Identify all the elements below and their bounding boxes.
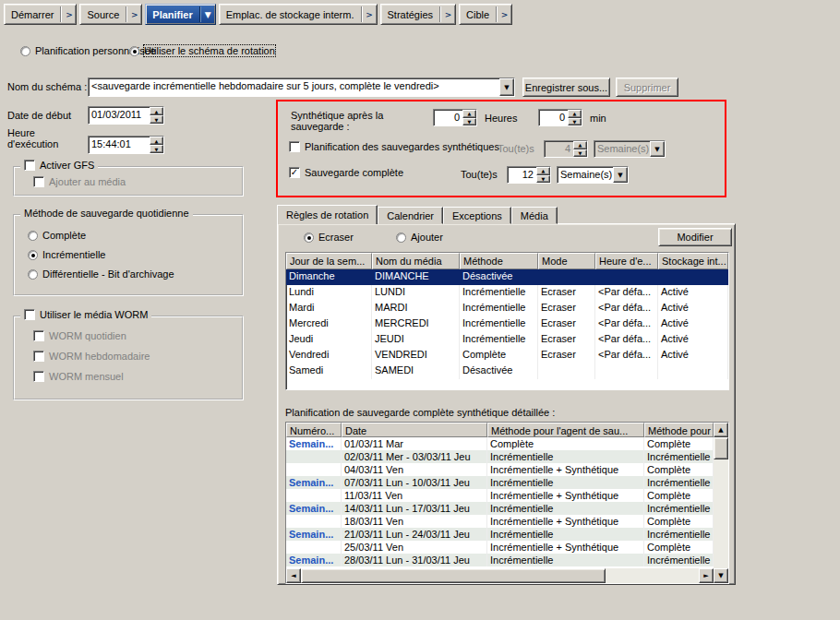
checkbox-icon[interactable]: ✓ [289, 167, 300, 178]
tab-media[interactable]: Média [511, 207, 558, 224]
wizard-tab-label: Stratégies [381, 5, 440, 24]
cell [595, 269, 658, 285]
scrollbar-thumb[interactable] [301, 568, 606, 583]
column-header[interactable]: Nom du média [372, 253, 460, 269]
radio-icon[interactable] [28, 231, 38, 241]
column-header[interactable]: Méthode pour l'ag... [644, 423, 714, 437]
table-row[interactable]: 04/03/11 Ven Incrémentielle + Synthétiqu… [286, 463, 714, 476]
modify-button[interactable]: Modifier [658, 228, 732, 246]
horizontal-scrollbar[interactable]: ◄ ► [286, 568, 714, 583]
column-header[interactable]: Date [342, 423, 487, 437]
table-row[interactable]: Samedi SAMEDI Désactivée [286, 364, 728, 379]
synthetic-schedule-checkbox[interactable]: Planification des sauvegardes synthétiqu… [289, 141, 499, 152]
tab-calendrier[interactable]: Calendrier [378, 207, 443, 224]
table-row[interactable]: 02/03/11 Mer - 03/03/11 Jeu Incrémentiel… [286, 450, 714, 463]
spinner-down-icon[interactable]: ▼ [462, 118, 476, 126]
scroll-left-icon[interactable]: ◄ [286, 568, 301, 583]
table-row[interactable]: Semain... 28/03/11 Lun - 31/03/11 Jeu In… [286, 554, 714, 566]
schedule-weeks-field: 4 ▲ ▼ [544, 140, 588, 158]
minutes-spinner: ▲ ▼ [568, 110, 582, 125]
vertical-scrollbar[interactable]: ▲ ▼ [714, 423, 728, 583]
spinner-down-icon[interactable]: ▼ [150, 115, 163, 124]
table-row[interactable]: Semain... 14/03/11 Lun - 17/03/11 Jeu In… [286, 502, 714, 515]
worm-use-checkbox[interactable]: Utiliser le média WORM [20, 309, 151, 320]
save-as-button[interactable]: Enregistrer sous... [522, 78, 610, 97]
spinner-up-icon[interactable]: ▲ [150, 107, 163, 115]
cell: Incrémentielle [644, 502, 714, 515]
column-header[interactable]: Méthode pour l'agent de sau... [487, 423, 644, 437]
table-row[interactable]: Mercredi MERCREDI Incrémentielle Ecraser… [286, 316, 728, 332]
table-row[interactable]: Mardi MARDI Incrémentielle Ecraser <Par … [286, 301, 728, 316]
schema-name-combobox[interactable]: <sauvegarde incrémentielle hebdomadaire … [88, 78, 515, 97]
table-row[interactable]: 11/03/11 Ven Incrémentielle + Synthétiqu… [286, 489, 714, 502]
dropdown-arrow-icon[interactable]: ▼ [499, 78, 514, 96]
table-row[interactable]: Jeudi JEUDI Incrémentielle Ecraser <Par … [286, 332, 728, 348]
scroll-right-icon[interactable]: ► [699, 568, 714, 583]
radio-method-differential[interactable]: Différentielle - Bit d'archivage [28, 268, 174, 280]
tab-regles-de-rotation[interactable]: Règles de rotation [277, 205, 378, 224]
table-row[interactable]: Lundi LUNDI Incrémentielle Ecraser <Par … [286, 285, 728, 301]
synthetic-hours-field[interactable]: 0 ▲ ▼ [433, 109, 477, 126]
column-header[interactable]: Méthode [460, 253, 538, 269]
week-cell [286, 450, 342, 463]
cell: Complète [487, 437, 644, 450]
start-date-field[interactable]: 01/03/2011 ▲ ▼ [88, 106, 164, 125]
synthetic-minutes-field[interactable]: 0 ▲ ▼ [538, 109, 582, 126]
checkbox-icon[interactable] [24, 160, 35, 171]
table-row[interactable]: Vendredi VENDREDI Complète Ecraser <Par … [286, 348, 728, 364]
scrollbar-thumb[interactable] [714, 437, 728, 459]
spinner-down-icon[interactable]: ▼ [150, 145, 163, 153]
radio-append[interactable]: Ajouter [396, 232, 443, 243]
column-header[interactable]: Mode [538, 253, 595, 269]
wizard-tab-source[interactable]: Source > [79, 4, 142, 25]
column-header[interactable]: Jour de la sem... [286, 253, 372, 269]
radio-icon[interactable] [129, 46, 139, 56]
radio-rotation-schema[interactable]: Utiliser le schéma de rotation [129, 45, 275, 56]
checkbox-icon[interactable] [289, 141, 300, 152]
table-row-selected[interactable]: Dimanche DIMANCHE Désactivée [286, 269, 728, 285]
spinner-up-icon[interactable]: ▲ [568, 110, 582, 118]
table-row[interactable]: 18/03/11 Ven Incrémentielle + Synthétiqu… [286, 515, 714, 528]
spinner-down-icon[interactable]: ▼ [568, 118, 582, 126]
radio-method-incremental[interactable]: Incrémentielle [28, 249, 105, 260]
radio-icon[interactable] [28, 269, 38, 280]
wizard-tab-cible[interactable]: Cible > [459, 4, 512, 25]
radio-overwrite[interactable]: Ecraser [304, 232, 354, 243]
full-weeks-field[interactable]: 12 ▲ ▼ [507, 166, 551, 184]
exec-time-field[interactable]: 15:44:01 ▲ ▼ [88, 136, 164, 154]
tab-exceptions[interactable]: Exceptions [443, 207, 511, 224]
wizard-tab-demarrer[interactable]: Démarrer > [4, 4, 77, 25]
spinner-up-icon[interactable]: ▲ [536, 167, 550, 175]
radio-method-complete[interactable]: Complète [28, 230, 86, 241]
week-cell: Semain... [286, 554, 342, 566]
cell: MERCREDI [372, 316, 460, 332]
full-backup-checkbox[interactable]: ✓ Sauvegarde complète [289, 167, 403, 178]
spinner-down-icon[interactable]: ▼ [536, 175, 550, 184]
table-row[interactable]: 25/03/11 Ven Incrémentielle + Synthétiqu… [286, 541, 714, 554]
table-row[interactable]: Semain... 01/03/11 Mar Complète Complète [286, 437, 714, 450]
scroll-down-icon[interactable]: ▼ [714, 568, 728, 583]
table-row[interactable]: Semain... 21/03/11 Lun - 24/03/11 Jeu In… [286, 528, 714, 541]
wizard-tab-emplacement[interactable]: Emplac. de stockage interm. > [219, 4, 378, 25]
column-header[interactable]: Heure d'e... [595, 253, 658, 269]
dropdown-arrow-icon[interactable]: ▼ [613, 167, 628, 183]
column-header[interactable]: Numéro... [286, 423, 342, 437]
scrollbar-track[interactable] [714, 459, 728, 568]
gfs-enable-checkbox[interactable]: Activer GFS [20, 160, 98, 171]
spinner-up-icon[interactable]: ▲ [150, 137, 163, 145]
checkbox-icon[interactable] [24, 309, 35, 320]
wizard-tab-planifier[interactable]: Planifier ▼ [145, 4, 215, 25]
radio-icon[interactable] [396, 232, 406, 243]
radio-icon[interactable] [28, 250, 38, 260]
wizard-tab-strategies[interactable]: Stratégies > [380, 4, 457, 25]
spinner-up-icon[interactable]: ▲ [462, 110, 476, 118]
full-unit-combobox[interactable]: Semaine(s) ▼ [557, 166, 629, 184]
radio-icon[interactable] [20, 46, 30, 56]
exec-time-value: 15:44:01 [89, 137, 150, 153]
wizard-tab-label: Emplac. de stockage interm. [220, 5, 361, 24]
radio-icon[interactable] [304, 232, 314, 243]
scrollbar-track[interactable] [606, 568, 699, 583]
column-header[interactable]: Stockage int... [658, 253, 728, 269]
table-row[interactable]: Semain... 07/03/11 Lun - 10/03/11 Jeu In… [286, 476, 714, 489]
scroll-up-icon[interactable]: ▲ [714, 423, 728, 437]
